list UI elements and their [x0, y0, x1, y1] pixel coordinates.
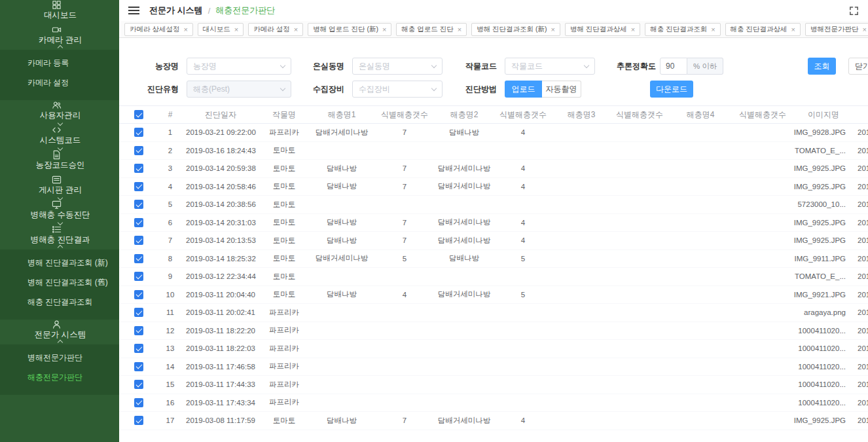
equipment-select[interactable]: 수집장비: [352, 81, 443, 98]
close-icon[interactable]: ×: [791, 26, 795, 33]
column-header-count4[interactable]: 식별해충갯수: [732, 106, 793, 124]
cell-date: 2019-03-11 17:44:33: [182, 376, 259, 394]
sidebar-item-pest-manual-diagnosis[interactable]: 병해충 수동진단: [0, 200, 119, 225]
sidebar-item-camera-register[interactable]: 카메라 등록: [0, 53, 119, 73]
sidebar-item-pest-diagnosis-results[interactable]: 병해충 진단결과: [0, 225, 119, 249]
cell-pest4: [669, 394, 732, 412]
tab-dashboard[interactable]: 대시보드×: [198, 23, 244, 36]
column-header-pest3[interactable]: 해충명3: [552, 106, 610, 124]
hamburger-menu-icon[interactable]: [128, 7, 139, 14]
close-icon[interactable]: ×: [631, 26, 635, 33]
tab-disease-expert-judgment[interactable]: 병해전문가판단×: [805, 23, 868, 36]
sidebar-item-dashboard[interactable]: 대시보드: [0, 0, 119, 25]
cell-no: 15: [158, 376, 182, 394]
column-header-image[interactable]: 이미지명: [793, 106, 854, 124]
select-all-checkbox[interactable]: [134, 110, 143, 119]
sidebar-item-disease-result-inquiry-old[interactable]: 병해 진단결과조회 (舊): [0, 272, 119, 292]
sidebar-item-board-mgmt[interactable]: 게시판 관리: [0, 175, 119, 200]
sidebar-item-system-code[interactable]: 시스템코드: [0, 125, 119, 150]
cell-reg-date: 2019: [854, 249, 868, 268]
sidebar-item-disease-expert-judgment[interactable]: 병해전문가판단: [0, 348, 119, 367]
diagnosis-type-label: 진단유형: [147, 84, 179, 95]
column-header-count1[interactable]: 식별해충갯수: [374, 106, 435, 124]
accuracy-input[interactable]: [660, 58, 687, 75]
cell-pest1: [309, 304, 374, 322]
row-checkbox[interactable]: [134, 344, 143, 353]
row-checkbox[interactable]: [134, 218, 143, 227]
row-checkbox[interactable]: [134, 290, 143, 299]
download-button[interactable]: 다운로드: [650, 81, 693, 98]
tab-pest-result-inquiry[interactable]: 해충 진단결과조회×: [645, 23, 720, 36]
row-checkbox[interactable]: [134, 308, 143, 317]
row-checkbox[interactable]: [134, 362, 143, 371]
row-checkbox[interactable]: [134, 146, 143, 155]
filter-panel: 농장명 농장명 온실동명 온실동명 작물코드 작물코드 추: [119, 38, 868, 98]
diagnosis-type-select[interactable]: 해충(Pest): [187, 81, 291, 98]
close-icon[interactable]: ×: [551, 26, 554, 33]
sidebar-item-disease-result-inquiry-new[interactable]: 병해 진단결과조회 (新): [0, 253, 119, 272]
column-header-crop[interactable]: 작물명: [259, 106, 309, 124]
tab-pest-upload-diagnosis[interactable]: 해충 업로드 진단×: [396, 23, 467, 36]
row-checkbox[interactable]: [134, 272, 143, 281]
column-header-count3[interactable]: 식별해충갯수: [610, 106, 669, 124]
column-header-count2[interactable]: 식별해충갯수: [494, 106, 552, 124]
table-row: 102019-03-11 20:04:40토마토담배나방4담배거세미나방5IMG…: [119, 285, 868, 304]
close-icon[interactable]: ×: [294, 26, 298, 33]
column-header-reg-date[interactable]: [854, 106, 868, 124]
row-checkbox[interactable]: [134, 380, 143, 389]
row-checkbox[interactable]: [134, 398, 143, 407]
cell-pest1: [309, 394, 374, 412]
row-checkbox[interactable]: [134, 182, 143, 191]
breadcrumb-root[interactable]: 전문가 시스템: [149, 5, 203, 16]
close-icon[interactable]: ×: [234, 26, 238, 33]
cell-count2: 4: [494, 160, 552, 178]
fullscreen-icon[interactable]: [849, 6, 859, 16]
row-checkbox[interactable]: [134, 254, 143, 263]
tab-disease-result-inquiry-new[interactable]: 병해 진단결과조회 (新)×: [471, 23, 560, 36]
greenhouse-select[interactable]: 온실동명: [352, 58, 443, 75]
tab-disease-upload-diagnosis-new[interactable]: 병해 업로드 진단 (新)×: [308, 23, 391, 36]
crop-code-select[interactable]: 작물코드: [505, 58, 595, 75]
sidebar-item-pest-expert-judgment[interactable]: 해충전문가판단: [0, 367, 119, 387]
tab-camera-detail-settings[interactable]: 카메라 상세설정×: [124, 23, 193, 36]
column-header-no[interactable]: #: [158, 106, 182, 124]
close-icon[interactable]: ×: [382, 26, 386, 33]
row-checkbox[interactable]: [134, 128, 143, 137]
farm-select[interactable]: 농장명: [187, 58, 291, 75]
tab-camera-settings[interactable]: 카메라 설정×: [248, 23, 303, 36]
tab-label: 해충 진단결과조회: [650, 25, 707, 34]
cell-crop: 토마토: [259, 285, 309, 304]
expert-icon: [52, 320, 62, 329]
row-checkbox[interactable]: [134, 326, 143, 335]
row-checkbox[interactable]: [134, 236, 143, 245]
row-checkbox[interactable]: [134, 416, 143, 425]
cell-crop: 토마토: [259, 268, 309, 286]
sidebar-item-expert-system[interactable]: 전문가 시스템: [0, 320, 119, 344]
close-icon[interactable]: ×: [458, 26, 461, 33]
column-header-pest1[interactable]: 해충명1: [309, 106, 374, 124]
tab-disease-result-detail[interactable]: 병해 진단결과상세×: [565, 23, 640, 36]
row-checkbox[interactable]: [134, 164, 143, 173]
method-label: 진단방법: [465, 84, 497, 95]
cell-image: IMG_9925.JPG: [793, 232, 854, 250]
sidebar-item-pest-result-inquiry[interactable]: 해충 진단결과조회: [0, 292, 119, 312]
close-button[interactable]: 닫기: [848, 58, 868, 75]
row-checkbox[interactable]: [134, 200, 143, 209]
cell-count4: [732, 177, 793, 196]
cell-pest3: [552, 358, 610, 376]
sidebar-item-camera-settings[interactable]: 카메라 설정: [0, 73, 119, 92]
tab-pest-result-detail[interactable]: 해충 진단결과상세×: [725, 23, 801, 36]
search-button[interactable]: 조회: [808, 58, 836, 75]
close-icon[interactable]: ×: [711, 26, 715, 33]
sidebar-item-camera-mgmt[interactable]: 카메라 관리: [0, 25, 119, 50]
method-auto-button[interactable]: 자동촬영: [542, 81, 581, 98]
method-upload-button[interactable]: 업로드: [505, 81, 542, 98]
column-header-pest4[interactable]: 해충명4: [669, 106, 732, 124]
close-icon[interactable]: ×: [862, 26, 866, 33]
close-icon[interactable]: ×: [183, 26, 187, 33]
sidebar-item-farm-code-approval[interactable]: 농장코드승인: [0, 150, 119, 175]
column-header-date[interactable]: 진단일자: [182, 106, 259, 124]
column-header-pest2[interactable]: 해충명2: [435, 106, 494, 124]
cell-pest1: 담배거세미나방: [309, 249, 374, 268]
sidebar-item-user-mgmt[interactable]: 사용자관리: [0, 100, 119, 125]
